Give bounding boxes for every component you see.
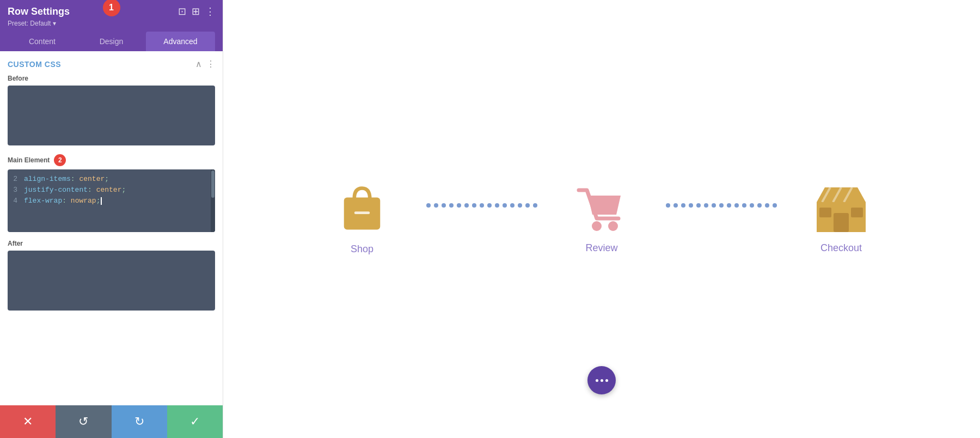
step-item-shop: Shop <box>313 183 411 255</box>
dots-separator-2 <box>651 203 792 235</box>
fab-dot-2 <box>601 379 603 382</box>
options-icon[interactable]: ⋮ <box>206 59 215 69</box>
panel-header: Row Settings ⊡ ⊞ ⋮ Preset: Default ▾ 1 C… <box>0 0 223 51</box>
main-element-header: Main Element 2 <box>8 154 215 166</box>
dot <box>472 203 476 208</box>
line-numbers: 2 3 4 <box>8 169 21 232</box>
after-textarea[interactable] <box>8 251 215 311</box>
review-label: Review <box>585 242 617 254</box>
dot <box>464 203 469 208</box>
dot <box>510 203 514 208</box>
cancel-button[interactable]: ✕ <box>0 405 56 438</box>
dot <box>673 203 678 208</box>
dot <box>757 203 762 208</box>
dot <box>734 203 739 208</box>
dot <box>533 203 537 208</box>
dot <box>689 203 693 208</box>
editor-scrollbar-thumb <box>211 171 215 198</box>
code-content: align-items: center; justify-content: ce… <box>21 169 215 232</box>
more-icon[interactable]: ⋮ <box>205 5 215 17</box>
editor-scrollbar[interactable] <box>211 169 215 232</box>
svg-rect-5 <box>834 213 849 232</box>
fab-dot-3 <box>605 379 608 382</box>
svg-rect-1 <box>354 211 370 214</box>
svg-point-3 <box>608 221 618 231</box>
save-button[interactable]: ✓ <box>167 405 223 438</box>
dot <box>434 203 438 208</box>
columns-icon[interactable]: ⊞ <box>192 5 200 17</box>
svg-rect-7 <box>851 208 863 217</box>
dot <box>696 203 701 208</box>
dot <box>742 203 746 208</box>
main-element-label: Main Element <box>8 156 50 164</box>
tabs-row: Content Design Advanced <box>8 32 215 51</box>
panel-title: Row Settings <box>8 6 70 17</box>
cart-icon <box>576 185 628 234</box>
fab-dot-1 <box>596 379 598 382</box>
dot <box>442 203 446 208</box>
dot <box>773 203 777 208</box>
dot <box>666 203 670 208</box>
dot <box>495 203 499 208</box>
panel-body: Custom CSS ∧ ⋮ Before Main Element 2 2 3… <box>0 51 223 405</box>
resize-icon[interactable]: ⊡ <box>178 5 186 17</box>
before-textarea[interactable] <box>8 86 215 145</box>
dot <box>487 203 492 208</box>
canvas: Shop <box>223 0 980 438</box>
checkout-label: Checkout <box>820 242 862 254</box>
left-panel: Row Settings ⊡ ⊞ ⋮ Preset: Default ▾ 1 C… <box>0 0 223 438</box>
after-label: After <box>8 240 215 247</box>
dot <box>449 203 454 208</box>
svg-point-2 <box>592 221 602 231</box>
dot <box>518 203 522 208</box>
dot <box>503 203 507 208</box>
code-line-1: align-items: center; <box>24 174 212 185</box>
canvas-content: Shop <box>302 161 901 277</box>
dot <box>727 203 731 208</box>
store-icon <box>814 185 868 234</box>
tab-design[interactable]: Design <box>77 32 146 51</box>
step2-badge: 2 <box>54 154 66 166</box>
preset-label[interactable]: Preset: Default ▾ <box>8 20 215 27</box>
before-label: Before <box>8 75 215 82</box>
header-icons: ⊡ ⊞ ⋮ <box>178 5 215 17</box>
code-line-3: flex-wrap: nowrap; <box>24 196 212 206</box>
redo-button[interactable]: ↻ <box>112 405 167 438</box>
section-header: Custom CSS ∧ ⋮ <box>8 59 215 69</box>
bottom-toolbar: ✕ ↺ ↻ ✓ <box>0 405 223 438</box>
dots-1 <box>426 203 537 208</box>
step-item-checkout: Checkout <box>792 185 890 254</box>
dot <box>765 203 769 208</box>
dot <box>750 203 754 208</box>
dot <box>681 203 685 208</box>
fab-dots <box>596 379 608 382</box>
dot <box>480 203 484 208</box>
dot <box>457 203 461 208</box>
section-controls: ∧ ⋮ <box>195 59 215 69</box>
dot <box>704 203 708 208</box>
dot <box>719 203 724 208</box>
section-title: Custom CSS <box>8 60 61 69</box>
undo-button[interactable]: ↺ <box>56 405 111 438</box>
fab-button[interactable] <box>587 366 616 394</box>
svg-rect-6 <box>819 208 831 217</box>
dot <box>712 203 716 208</box>
dot <box>525 203 530 208</box>
code-line-2: justify-content: center; <box>24 185 212 196</box>
shop-label: Shop <box>351 244 373 255</box>
step-item-review: Review <box>553 185 651 254</box>
tab-advanced[interactable]: Advanced <box>146 32 215 51</box>
shop-bag-icon <box>338 183 387 235</box>
tab-content[interactable]: Content <box>8 32 77 51</box>
dots-separator-1 <box>411 203 553 235</box>
collapse-icon[interactable]: ∧ <box>195 59 202 69</box>
dots-2 <box>666 203 777 208</box>
dot <box>426 203 431 208</box>
main-element-editor[interactable]: 2 3 4 align-items: center; justify-conte… <box>8 169 215 232</box>
